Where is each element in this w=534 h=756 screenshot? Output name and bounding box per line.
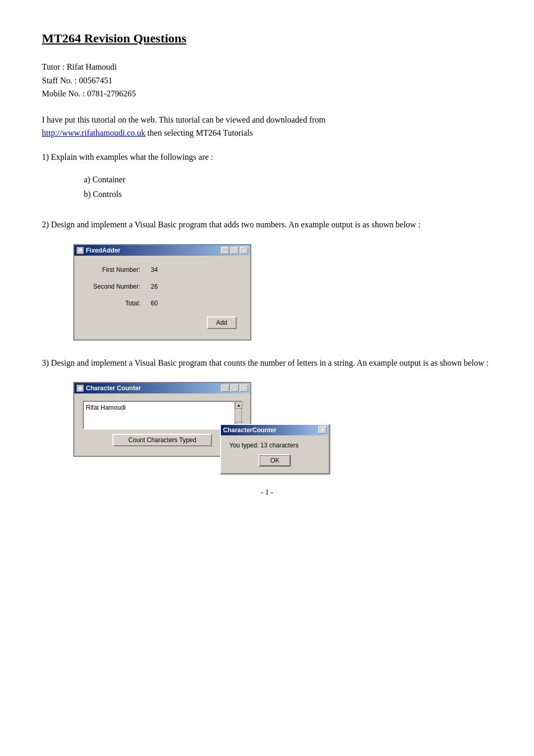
minimize-button[interactable]: _ xyxy=(221,247,229,254)
page-footer: - 1 - xyxy=(42,488,492,497)
textarea-wrapper: Rifat Hamoudi ▲ ▼ xyxy=(83,401,242,430)
popup-message: You typed: 13 characters xyxy=(229,442,320,449)
tutor-info: Tutor : Rifat Hamoudi Staff No. : 005674… xyxy=(42,60,492,101)
intro-line1: I have put this tutorial on the web. Thi… xyxy=(42,115,326,124)
page-number: - 1 - xyxy=(261,488,273,496)
tutor-name: Tutor : Rifat Hamoudi xyxy=(42,60,492,74)
close-button[interactable]: × xyxy=(240,247,248,254)
fixed-adder-window: ⊞ FixedAdder _ □ × First Number: 34 Seco… xyxy=(73,244,251,341)
titlebar-left: ⊞ FixedAdder xyxy=(76,247,120,254)
add-button[interactable]: Add xyxy=(207,316,237,329)
scroll-up-arrow[interactable]: ▲ xyxy=(235,401,242,409)
count-characters-button[interactable]: Count Characters Typed xyxy=(113,434,212,446)
popup-titlebar: CharacterCounter × xyxy=(221,425,329,435)
question-1: 1) Explain with examples what the follow… xyxy=(42,150,492,202)
q1-text: 1) Explain with examples what the follow… xyxy=(42,150,492,164)
q1-sub-b: Controls xyxy=(84,187,492,202)
restore-button[interactable]: □ xyxy=(230,247,239,254)
window-icon: ⊞ xyxy=(76,247,84,254)
char-counter-title: Character Counter xyxy=(86,385,141,392)
intro-text: I have put this tutorial on the web. Thi… xyxy=(42,113,492,140)
website-link[interactable]: http://www.rifathamoudi.co.uk xyxy=(42,128,146,137)
char-restore-button[interactable]: □ xyxy=(230,385,239,392)
popup-ok-row: OK xyxy=(229,454,320,467)
popup-body: You typed: 13 characters OK xyxy=(221,435,329,473)
q2-text: 2) Design and implement a Visual Basic p… xyxy=(42,218,492,232)
popup-window: CharacterCounter × You typed: 13 charact… xyxy=(220,424,330,474)
window-controls[interactable]: _ □ × xyxy=(221,247,248,254)
char-minimize-button[interactable]: _ xyxy=(221,385,229,392)
fixed-adder-wrapper: ⊞ FixedAdder _ □ × First Number: 34 Seco… xyxy=(73,244,492,341)
total-value: 60 xyxy=(151,300,158,307)
char-textarea[interactable]: Rifat Hamoudi xyxy=(83,401,235,430)
scroll-track xyxy=(235,409,241,422)
q1-sub-list: Container Controls xyxy=(84,172,492,203)
popup-title: CharacterCounter xyxy=(223,426,276,434)
textarea-container: Rifat Hamoudi ▲ ▼ xyxy=(83,401,242,430)
intro-line2: then selecting MT264 Tutorials xyxy=(148,128,253,137)
first-number-value: 34 xyxy=(151,266,158,273)
total-row: Total: 60 xyxy=(83,300,242,307)
char-counter-titlebar: ⊞ Character Counter _ □ × xyxy=(74,383,250,393)
second-number-label: Second Number: xyxy=(83,283,140,290)
first-number-row: First Number: 34 xyxy=(83,266,242,273)
count-button-row: Count Characters Typed xyxy=(83,434,242,446)
second-number-value: 26 xyxy=(151,283,158,290)
char-close-button[interactable]: × xyxy=(240,385,248,392)
char-titlebar-left: ⊞ Character Counter xyxy=(76,385,141,392)
fixed-adder-body: First Number: 34 Second Number: 26 Total… xyxy=(74,256,250,339)
mobile-no: Mobile No. : 0781-2796265 xyxy=(42,87,492,101)
popup-ok-button[interactable]: OK xyxy=(259,454,291,467)
q3-text: 3) Design and implement a Visual Basic p… xyxy=(42,356,492,370)
q1-sub-a: Container xyxy=(84,172,492,188)
popup-close-button[interactable]: × xyxy=(318,426,327,434)
first-number-label: First Number: xyxy=(83,266,140,273)
staff-no: Staff No. : 00567451 xyxy=(42,74,492,87)
add-button-row: Add xyxy=(83,316,242,329)
char-window-icon: ⊞ xyxy=(76,385,84,392)
question-3: 3) Design and implement a Visual Basic p… xyxy=(42,356,492,457)
page-title: MT264 Revision Questions xyxy=(42,31,492,46)
question-2: 2) Design and implement a Visual Basic p… xyxy=(42,218,492,341)
char-window-controls[interactable]: _ □ × xyxy=(221,385,248,392)
fixed-adder-title: FixedAdder xyxy=(86,247,120,254)
second-number-row: Second Number: 26 xyxy=(83,283,242,290)
popup-overlay: CharacterCounter × You typed: 13 charact… xyxy=(220,424,330,474)
total-label: Total: xyxy=(83,300,140,307)
fixed-adder-titlebar: ⊞ FixedAdder _ □ × xyxy=(74,245,250,256)
char-counter-section: ⊞ Character Counter _ □ × Rifat Hamoudi … xyxy=(73,382,492,457)
